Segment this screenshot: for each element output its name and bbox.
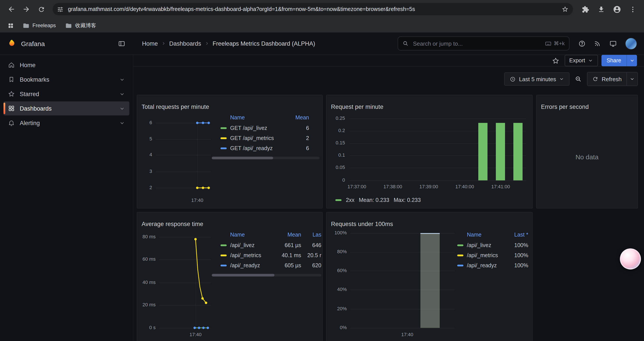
bar-under-100ms (420, 233, 440, 328)
sidebar-toggle-button[interactable] (115, 39, 128, 48)
bookmark-folder-blogs[interactable]: 收藏博客 (62, 21, 100, 31)
chevron-right-icon (204, 41, 210, 46)
legend-row[interactable]: /api/_readyz 605 µs 620 (212, 260, 321, 270)
chevron-down-icon[interactable] (119, 120, 125, 126)
legend-row[interactable]: GET /api/_readyz 6 (212, 143, 320, 153)
url-input[interactable] (67, 6, 558, 13)
sidebar-item-bookmarks[interactable]: Bookmarks (4, 72, 129, 87)
bookmark-folder-freeleaps[interactable]: Freeleaps (19, 21, 60, 30)
legend-header-mean[interactable]: Mean (273, 231, 301, 238)
puzzle-icon (582, 6, 589, 13)
grafana-logo-icon[interactable] (7, 39, 17, 48)
legend-header-mean[interactable]: Mean (283, 114, 320, 121)
legend-row[interactable]: /api/_metrics 40.1 ms 20.5 r (212, 250, 321, 260)
browser-reload-button[interactable] (34, 2, 48, 16)
legend-scrollbar[interactable] (212, 274, 321, 276)
x-tick: 17:37:00 (343, 184, 371, 189)
legend-row[interactable]: /api/_metrics 100% (457, 250, 528, 260)
legend-header-name[interactable]: Name (212, 114, 283, 121)
legend-row[interactable]: GET /api/_livez 6 (212, 123, 320, 133)
browser-back-button[interactable] (4, 2, 18, 16)
sidebar: Home Bookmarks Starred Dashboards (0, 55, 133, 341)
chevron-down-icon[interactable] (119, 77, 125, 82)
legend-series-label[interactable]: 2xx (346, 197, 354, 203)
legend-header-last[interactable]: Las (301, 231, 321, 238)
panel-title[interactable]: Request per minute (331, 104, 384, 110)
bookmark-star-icon[interactable] (562, 6, 568, 13)
series-color-chip (220, 137, 227, 139)
site-settings-icon[interactable] (57, 6, 64, 13)
url-bar[interactable] (52, 3, 573, 15)
bar-2xx (513, 123, 522, 180)
y-tick: 0.2 (326, 128, 345, 133)
chevron-down-icon[interactable] (119, 106, 125, 111)
series-color-chip (220, 254, 227, 256)
grafana-brand: Grafana (0, 39, 133, 48)
favorite-dashboard-button[interactable] (550, 55, 561, 66)
more-vertical-icon (629, 6, 636, 13)
breadcrumb-home[interactable]: Home (142, 40, 158, 47)
dashboard-canvas: Total requests per minute 6 5 4 3 2 (133, 91, 644, 341)
folder-icon (23, 22, 29, 29)
refresh-interval-button[interactable] (626, 72, 638, 86)
legend-mean: Mean: 0.233 (359, 197, 389, 203)
legend-row[interactable]: /api/_livez 100% (457, 240, 528, 250)
legend-header: Name Last * (457, 229, 528, 240)
breadcrumb-dashboards[interactable]: Dashboards (169, 40, 201, 47)
scrollbar-thumb[interactable] (212, 274, 274, 276)
time-controls-row: Last 5 minutes Refresh (133, 67, 644, 91)
refresh-button[interactable]: Refresh (588, 72, 626, 86)
legend-header-name[interactable]: Name (212, 231, 273, 238)
legend-scrollbar[interactable] (212, 157, 320, 159)
bookmarks-bar: Freeleaps 收藏博客 (0, 19, 644, 33)
panel-total-requests: Total requests per minute 6 5 4 3 2 (137, 95, 323, 208)
floating-assistant-avatar[interactable] (620, 248, 641, 269)
search-box[interactable]: ⌘+k (398, 37, 570, 51)
series-color-chip (220, 264, 227, 266)
share-button[interactable]: Share (601, 55, 626, 66)
legend-row[interactable]: /api/_livez 661 µs 646 (212, 240, 321, 250)
browser-forward-button[interactable] (19, 2, 33, 16)
panel-title[interactable]: Errors per second (541, 104, 589, 110)
browser-toolbar (0, 0, 644, 19)
monitor-icon[interactable] (609, 40, 617, 47)
y-tick: 100% (326, 230, 347, 235)
search-input[interactable] (412, 40, 542, 47)
chevron-right-icon (161, 41, 166, 46)
legend-header: Name Mean Las (212, 229, 321, 240)
grafana-body: Home Bookmarks Starred Dashboards (0, 55, 644, 341)
rss-icon[interactable] (594, 40, 601, 47)
browser-menu-button[interactable] (626, 2, 640, 16)
sidebar-item-dashboards[interactable]: Dashboards (4, 101, 129, 115)
extensions-button[interactable] (578, 2, 592, 16)
y-tick: 0.1 (326, 152, 345, 158)
apps-grid-button[interactable] (4, 20, 17, 31)
legend-max: Max: 0.233 (394, 197, 421, 203)
bell-icon (8, 119, 15, 126)
export-button[interactable]: Export (564, 55, 598, 66)
share-menu-button[interactable] (626, 55, 637, 66)
legend-row[interactable]: GET /api/_metrics 2 (212, 133, 320, 143)
time-range-picker[interactable]: Last 5 minutes (504, 72, 570, 86)
zoom-out-icon (575, 76, 582, 83)
bookmark-label: Freeleaps (32, 22, 56, 29)
zoom-out-button[interactable] (573, 74, 584, 84)
y-tick: 60% (326, 268, 347, 273)
legend-header-last[interactable]: Last * (506, 231, 528, 238)
help-icon[interactable] (578, 40, 586, 47)
search-shortcut: ⌘+k (545, 40, 565, 47)
sidebar-item-home[interactable]: Home (4, 58, 129, 72)
browser-profile-button[interactable] (610, 2, 624, 16)
scrollbar-thumb[interactable] (212, 157, 273, 159)
sidebar-item-starred[interactable]: Starred (4, 87, 129, 101)
legend-header-name[interactable]: Name (457, 231, 506, 238)
panel-title[interactable]: Requests under 100ms (331, 221, 393, 227)
legend-row[interactable]: /api/_readyz 100% (457, 260, 528, 270)
apps-grid-icon (7, 22, 14, 29)
legend-table: Name Mean Las /api/_livez 661 µs 646 (212, 229, 321, 276)
user-avatar[interactable] (625, 38, 637, 49)
downloads-button[interactable] (594, 2, 608, 16)
chevron-down-icon[interactable] (119, 91, 125, 97)
sidebar-item-alerting[interactable]: Alerting (4, 116, 129, 130)
y-tick: 0 (326, 177, 345, 183)
